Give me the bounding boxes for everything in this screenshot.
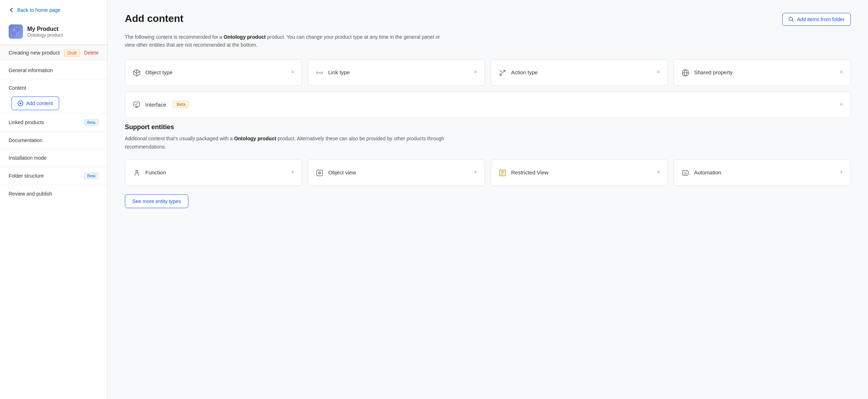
main-description: The following content is recommended for…	[125, 33, 448, 49]
sidebar-item-general-information[interactable]: General information	[0, 63, 107, 78]
card-restricted-view-label: Restricted View	[511, 169, 548, 175]
main-content: Add content Add items from folder The fo…	[108, 0, 868, 399]
linked-products-badge: Beta	[84, 119, 99, 126]
support-cards-grid: Function + Object view +	[125, 159, 851, 186]
card-link-type-add-icon[interactable]: +	[473, 69, 477, 76]
svg-rect-0	[13, 28, 15, 31]
action-icon	[498, 68, 507, 77]
see-more-entity-types-button[interactable]: See more entity types	[125, 194, 188, 208]
draft-badge: Draft	[64, 50, 80, 57]
link-icon	[315, 68, 324, 77]
card-action-type[interactable]: Action type +	[491, 59, 668, 86]
sidebar-item-documentation[interactable]: Documentation	[0, 133, 107, 147]
restricted-view-icon	[498, 168, 507, 177]
card-interface[interactable]: Interface Beta +	[125, 91, 851, 118]
sidebar: Back to home page My Product Ontology pr…	[0, 0, 108, 399]
card-object-type[interactable]: Object type +	[125, 59, 302, 86]
sidebar-item-review-and-publish[interactable]: Review and publish	[0, 187, 107, 201]
creating-bar-text: Creating new product Draft	[9, 50, 80, 56]
card-restricted-view-add-icon[interactable]: +	[656, 169, 660, 176]
back-link[interactable]: Back to home page	[0, 0, 107, 19]
back-link-label: Back to home page	[17, 7, 61, 13]
card-interface-add-icon[interactable]: +	[839, 101, 843, 108]
product-details: My Product Ontology product	[27, 26, 63, 38]
nav-section: General information Content Add content …	[0, 60, 107, 204]
cube-icon	[132, 68, 141, 77]
card-shared-property-label: Shared property	[694, 69, 733, 75]
delete-button[interactable]: Delete	[84, 50, 99, 56]
card-function-label: Function	[145, 169, 166, 175]
sidebar-add-content-button[interactable]: Add content	[11, 97, 59, 110]
card-shared-property[interactable]: Shared property +	[674, 59, 851, 86]
card-function-add-icon[interactable]: +	[291, 169, 294, 176]
card-automation[interactable]: Automation +	[674, 159, 851, 186]
card-interface-label: Interface	[145, 102, 166, 108]
card-shared-property-add-icon[interactable]: +	[839, 69, 843, 76]
product-info: My Product Ontology product	[0, 19, 107, 45]
object-view-icon	[315, 168, 324, 177]
product-logo-icon	[12, 28, 20, 36]
product-name: My Product	[27, 26, 63, 32]
card-function[interactable]: Function +	[125, 159, 302, 186]
interface-icon	[132, 100, 141, 109]
sidebar-item-linked-products[interactable]: Linked products Beta	[0, 115, 107, 130]
card-action-type-add-icon[interactable]: +	[656, 69, 660, 76]
card-object-view[interactable]: Object view +	[308, 159, 485, 186]
svg-rect-1	[16, 28, 19, 31]
product-icon	[9, 24, 23, 39]
support-entities-description: Additional content that's usually packag…	[125, 135, 448, 151]
card-object-type-add-icon[interactable]: +	[291, 69, 294, 76]
interface-beta-badge: Beta	[173, 101, 189, 108]
page-title: Add content	[125, 13, 183, 24]
card-object-view-label: Object view	[328, 169, 356, 175]
sidebar-item-content[interactable]: Content	[0, 81, 107, 95]
function-icon	[132, 168, 141, 177]
primary-cards-grid: Object type + Link type +	[125, 59, 851, 118]
card-object-view-add-icon[interactable]: +	[473, 169, 477, 176]
card-action-type-label: Action type	[511, 69, 538, 75]
add-items-from-folder-button[interactable]: Add items from folder	[782, 13, 851, 26]
search-icon	[788, 17, 794, 22]
globe-icon	[681, 68, 690, 77]
card-restricted-view[interactable]: Restricted View +	[491, 159, 668, 186]
product-type: Ontology product	[27, 32, 63, 38]
card-automation-add-icon[interactable]: +	[839, 169, 843, 176]
back-arrow-icon	[9, 7, 14, 13]
creating-bar: Creating new product Draft Delete	[0, 45, 107, 60]
card-link-type[interactable]: Link type +	[308, 59, 485, 86]
svg-rect-3	[16, 32, 19, 35]
svg-point-10	[319, 173, 320, 173]
sidebar-item-folder-structure[interactable]: Folder structure Beta	[0, 168, 107, 183]
sidebar-item-installation-mode[interactable]: Installation mode	[0, 151, 107, 165]
card-automation-label: Automation	[694, 169, 721, 175]
automation-icon	[681, 168, 690, 177]
card-object-type-label: Object type	[145, 69, 173, 75]
card-link-type-label: Link type	[328, 69, 350, 75]
folder-structure-badge: Beta	[84, 173, 99, 179]
support-entities-title: Support entities	[125, 123, 851, 131]
plus-circle-icon	[18, 100, 23, 106]
main-header: Add content Add items from folder	[125, 13, 851, 26]
svg-rect-2	[13, 32, 15, 35]
